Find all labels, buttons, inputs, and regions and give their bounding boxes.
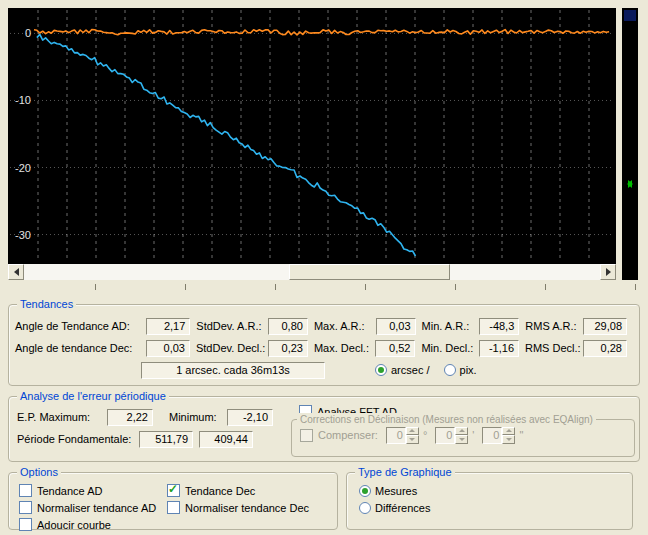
checkbox-adoucir-courbe[interactable]: Adoucir courbe	[19, 518, 167, 531]
radio-pix-label: pix.	[460, 364, 477, 376]
checkbox-normaliser-tendance-dec[interactable]: Normaliser tendance Dec	[167, 501, 309, 514]
spinner-up-icon	[406, 427, 419, 436]
checkbox-compenser: Compenser:	[300, 429, 378, 442]
seconds-spinner-value: 0	[482, 427, 502, 444]
min-dec-label: Min. Decl.:	[421, 342, 475, 354]
minutes-spinner-buttons	[455, 427, 468, 444]
min-ar-label: Min. A.R.:	[422, 320, 476, 332]
analyse-title: Analyse de l'erreur périodique	[17, 389, 169, 403]
minutes-unit-label: '	[472, 429, 474, 441]
arcsec-rate-field: 1 arcsec. cada 36m13s	[141, 362, 325, 379]
range-marker-icon[interactable]	[623, 180, 637, 188]
mesures-radio-dot[interactable]	[359, 485, 371, 497]
ruler-tick	[545, 284, 546, 290]
normaliser-dec-checkbox-box[interactable]	[167, 501, 180, 514]
ruler-tick	[275, 284, 276, 290]
minutes-spinner-value: 0	[435, 427, 455, 444]
ep-min-field: -2,10	[227, 409, 273, 426]
options-row-1: Tendance AD Tendance Dec	[19, 482, 337, 499]
corrections-title: Corrections en Déclinaison (Mesures non …	[297, 413, 596, 427]
periode-label: Période Fondamentale:	[17, 433, 135, 445]
chart-right-strip	[622, 8, 638, 280]
type-graphique-groupbox: Type de Graphique Mesures Différences	[346, 472, 633, 530]
max-dec-field: 0,52	[375, 340, 415, 357]
spinner-down-icon	[502, 435, 515, 444]
ruler-tick	[365, 284, 366, 290]
series-line-0	[37, 34, 416, 256]
stddev-ar-label: StdDev. A.R.:	[196, 320, 264, 332]
checkbox-normaliser-tendance-ad[interactable]: Normaliser tendance AD	[19, 501, 167, 514]
ruler-tick	[95, 284, 96, 290]
series-line-1	[34, 30, 609, 35]
max-dec-label: Max. Decl.:	[314, 342, 372, 354]
radio-arcsec-label: arcsec /	[391, 364, 430, 376]
ruler-tick	[635, 284, 636, 290]
ruler-tick	[455, 284, 456, 290]
differences-radio-label: Différences	[375, 502, 430, 514]
radio-pix-dot[interactable]	[444, 364, 456, 376]
svg-text:0: 0	[25, 27, 31, 39]
scroll-left-button[interactable]	[8, 264, 24, 280]
spinner-down-icon	[406, 435, 419, 444]
differences-radio-dot[interactable]	[359, 502, 371, 514]
dec-correction-seconds-spinner: 0	[482, 427, 515, 444]
options-groupbox: Options Tendance AD Tendance Dec Normali…	[8, 472, 338, 530]
tendance-dec-label: Tendance Dec	[185, 485, 255, 497]
angle-tendance-ad-field: 2,17	[146, 318, 190, 335]
scrollbar-track[interactable]	[24, 264, 600, 280]
spinner-up-icon	[455, 427, 468, 436]
normaliser-dec-label: Normaliser tendance Dec	[185, 502, 309, 514]
tendance-ad-checkbox-box[interactable]	[19, 484, 32, 497]
adoucir-checkbox-box[interactable]	[19, 518, 32, 531]
rms-dec-label: RMS Decl.:	[525, 342, 579, 354]
type-row-1: Mesures	[359, 482, 632, 499]
angle-tendance-dec-field: 0,03	[146, 340, 190, 357]
periode-field-1: 511,79	[139, 431, 193, 448]
rms-ar-field: 29,08	[583, 318, 627, 335]
scroll-right-button[interactable]	[600, 264, 616, 280]
tendance-ad-label: Tendance AD	[37, 485, 102, 497]
drift-chart: 0-10-20-30	[8, 8, 616, 264]
tendance-dec-checkbox-box[interactable]	[167, 484, 180, 497]
seconds-unit-label: "	[519, 429, 523, 441]
tendances-row-dec: Angle de tendance Dec: 0,03 StdDev. Decl…	[9, 337, 639, 359]
tendances-groupbox: Tendances Angle de Tendance AD: 2,17 Std…	[8, 304, 640, 386]
left-arrow-icon	[10, 268, 19, 276]
ep-min-label: Minimum:	[169, 411, 223, 423]
tendances-row-ar: Angle de Tendance AD: 2,17 StdDev. A.R.:…	[9, 315, 639, 337]
svg-text:-10: -10	[15, 94, 31, 106]
checkbox-tendance-dec[interactable]: Tendance Dec	[167, 484, 255, 497]
chart-svg: 0-10-20-30	[8, 8, 616, 264]
radio-arcsec[interactable]: arcsec /	[375, 364, 430, 376]
scrollbar-thumb[interactable]	[289, 264, 450, 280]
radio-arcsec-dot[interactable]	[375, 364, 387, 376]
chart-scrollbar[interactable]	[8, 264, 616, 280]
radio-pix[interactable]: pix.	[444, 364, 477, 376]
stddev-ar-field: 0,80	[268, 318, 308, 335]
options-title: Options	[17, 465, 61, 479]
dec-correction-minutes-spinner: 0	[435, 427, 468, 444]
analyse-groupbox: Analyse de l'erreur périodique E.P. Maxi…	[8, 396, 640, 462]
marker-right-arrow-icon	[628, 180, 637, 188]
normaliser-ad-checkbox-box[interactable]	[19, 501, 32, 514]
svg-text:-20: -20	[15, 162, 31, 174]
radio-differences[interactable]: Différences	[359, 502, 430, 514]
degrees-spinner-buttons	[406, 427, 419, 444]
angle-tendance-ad-label: Angle de Tendance AD:	[15, 320, 142, 332]
rms-dec-field: 0,28	[583, 340, 627, 357]
radio-mesures[interactable]: Mesures	[359, 485, 417, 497]
degrees-spinner-value: 0	[386, 427, 406, 444]
min-ar-field: -48,3	[479, 318, 519, 335]
max-ar-field: 0,03	[376, 318, 416, 335]
spinner-up-icon	[502, 427, 515, 436]
type-row-2: Différences	[359, 499, 632, 516]
degrees-unit-label: °	[423, 429, 427, 441]
tendances-title: Tendances	[17, 297, 76, 311]
right-arrow-icon	[606, 268, 615, 276]
strip-corner-marker	[624, 10, 636, 21]
compenser-checkbox-label: Compenser:	[318, 429, 378, 441]
ruler-tick	[185, 284, 186, 290]
checkbox-tendance-ad[interactable]: Tendance AD	[19, 484, 167, 497]
stddev-dec-label: StdDev. Decl.:	[196, 342, 264, 354]
mesures-radio-label: Mesures	[375, 485, 417, 497]
